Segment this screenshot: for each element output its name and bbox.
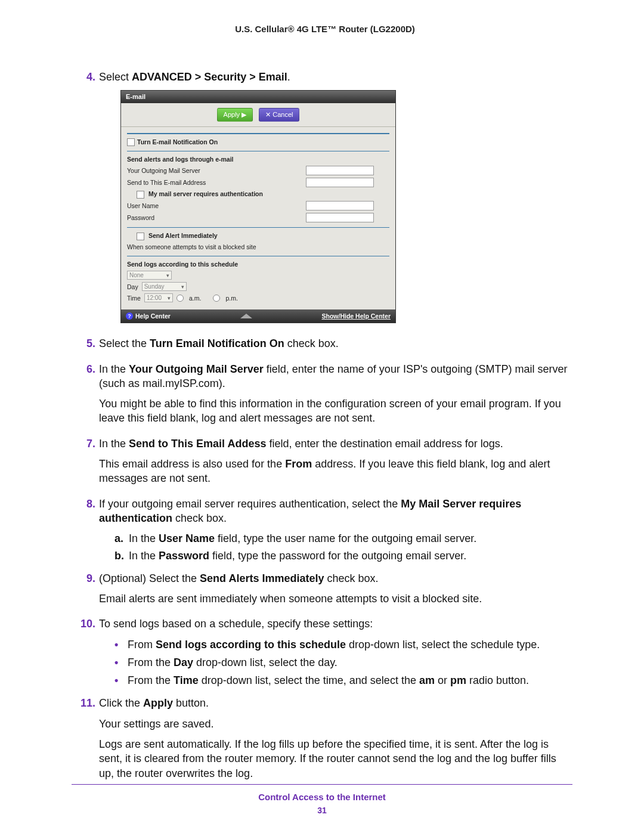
am-label: a.m. — [189, 294, 201, 302]
text-bold: Send Alerts Immediately — [200, 572, 324, 584]
time-select[interactable]: 12:00 ▾ — [144, 293, 173, 302]
step-11: 11. Click the Apply button. Your setting… — [78, 696, 572, 786]
paragraph: Your settings are saved. — [99, 717, 572, 731]
step-number: 10. — [78, 617, 95, 691]
day-value: Sunday — [144, 283, 165, 291]
am-radio[interactable] — [177, 295, 184, 302]
send-alert-immediately-label: Send Alert Immediately — [148, 232, 218, 239]
text: In the — [99, 438, 129, 450]
text: This email address is also used for the — [99, 458, 285, 470]
time-value: 12:00 — [147, 294, 162, 302]
show-hide-help-link[interactable]: Show/Hide Help Center — [321, 312, 391, 320]
step-9: 9. (Optional) Select the Send Alerts Imm… — [78, 571, 572, 612]
step-8: 8. If your outgoing email server require… — [78, 497, 572, 566]
section-heading: Send alerts and logs through e-mail — [127, 155, 306, 163]
chevron-down-icon: ▾ — [166, 272, 169, 279]
text: field, enter the destination email addre… — [266, 438, 503, 450]
text-bold: am — [419, 674, 435, 686]
apply-button[interactable]: Apply ▶ — [217, 108, 253, 122]
user-name-label: User Name — [127, 202, 306, 210]
step-7: 7. In the Send to This Email Addess fiel… — [78, 436, 572, 492]
footer-divider — [72, 784, 572, 785]
divider — [127, 227, 389, 228]
password-input[interactable] — [306, 213, 374, 222]
step-number: 6. — [78, 362, 95, 432]
requires-auth-label: My mail server requires authentication — [148, 190, 263, 197]
user-name-input[interactable] — [306, 201, 374, 210]
text: check box. — [324, 572, 379, 584]
paragraph: Email alerts are sent immediately when s… — [99, 592, 572, 606]
sub-step-letter: a. — [114, 531, 129, 546]
pm-radio[interactable] — [213, 295, 220, 302]
step-number: 8. — [78, 497, 95, 566]
turn-email-on-label: Turn E-mail Notification On — [137, 138, 218, 146]
text-bold: ADVANCED > Security > Email — [132, 71, 287, 83]
page-number: 31 — [72, 806, 572, 815]
step-number: 4. — [78, 70, 95, 332]
help-center-link[interactable]: Help Center — [135, 312, 171, 320]
step-number: 9. — [78, 571, 95, 612]
schedule-select[interactable]: None ▾ — [127, 271, 172, 280]
text: radio button. — [466, 674, 529, 686]
bullet-item: From the Day drop-down list, select the … — [114, 655, 572, 670]
divider — [127, 256, 389, 256]
help-icon: ? — [126, 312, 133, 320]
text-bold: User Name — [159, 532, 215, 544]
text: check box. — [284, 337, 339, 349]
cancel-button[interactable]: ✕ Cancel — [259, 108, 299, 122]
day-label: Day — [127, 283, 138, 291]
text: drop-down list, select the day. — [193, 657, 338, 668]
divider — [127, 133, 389, 134]
paragraph: You might be able to find this informati… — [99, 397, 572, 426]
turn-email-on-checkbox[interactable] — [127, 138, 135, 146]
text: Select — [99, 71, 132, 83]
text: button. — [173, 697, 209, 709]
text-bold: Password — [159, 550, 209, 562]
text: or — [435, 674, 450, 686]
step-number: 5. — [78, 336, 95, 357]
document-page: U.S. Cellular® 4G LTE™ Router (LG2200D) … — [0, 0, 644, 833]
bullet-item: From the Time drop-down list, select the… — [114, 673, 572, 688]
send-to-input[interactable] — [306, 178, 374, 187]
sub-list: a. In the User Name field, type the user… — [114, 531, 572, 563]
text-bold: Time — [174, 674, 199, 686]
text-bold: Apply — [143, 697, 173, 709]
outgoing-server-input[interactable] — [306, 166, 374, 175]
sub-step-letter: b. — [114, 549, 129, 563]
text-bold: Day — [174, 657, 193, 668]
text: field, type the password for the outgoin… — [209, 550, 466, 562]
text-bold: Turn Email Notification On — [150, 337, 284, 349]
instruction-list: 4. Select ADVANCED > Security > Email. E… — [78, 70, 572, 786]
text-bold: pm — [450, 674, 466, 686]
text: If your outgoing email server requires a… — [99, 498, 401, 510]
text: In the — [129, 532, 159, 544]
paragraph: Logs are sent automatically. If the log … — [99, 737, 572, 781]
password-label: Password — [127, 213, 306, 222]
send-to-label: Send to This E-mail Address — [127, 178, 306, 187]
time-label: Time — [127, 294, 141, 302]
screenshot-titlebar: E-mail — [121, 91, 395, 103]
requires-auth-checkbox[interactable] — [137, 191, 144, 199]
screenshot-footer: ? Help Center Show/Hide Help Center — [121, 309, 395, 323]
day-select[interactable]: Sunday ▾ — [142, 282, 187, 291]
text-bold: Send logs according to this schedule — [156, 639, 346, 651]
text: check box. — [172, 512, 227, 524]
step-6: 6. In the Your Outgoing Mail Server fiel… — [78, 362, 572, 432]
send-alert-immediately-checkbox[interactable] — [137, 233, 144, 240]
chevron-down-icon: ▾ — [181, 283, 184, 290]
pm-label: p.m. — [225, 294, 237, 302]
text: (Optional) Select the — [99, 572, 200, 584]
text: From the — [128, 674, 174, 686]
bullet-item: From Send logs according to this schedul… — [114, 637, 572, 652]
screenshot-toolbar: Apply ▶ ✕ Cancel — [121, 103, 395, 127]
text: drop-down list, select the time, and sel… — [199, 674, 419, 686]
text: drop-down list, select the schedule type… — [346, 639, 540, 651]
page-header: U.S. Cellular® 4G LTE™ Router (LG2200D) — [78, 24, 572, 34]
text: field, type the user name for the outgoi… — [215, 532, 476, 544]
when-attempts-label: When someone attempts to visit a blocked… — [127, 243, 306, 251]
text: In the — [99, 363, 129, 375]
router-email-screenshot: E-mail Apply ▶ ✕ Cancel Turn E-mail Noti… — [120, 90, 396, 323]
chevron-down-icon: ▾ — [168, 295, 171, 302]
paragraph: To send logs based on a schedule, specif… — [99, 617, 572, 631]
text-bold: Your Outgoing Mail Server — [129, 363, 264, 375]
